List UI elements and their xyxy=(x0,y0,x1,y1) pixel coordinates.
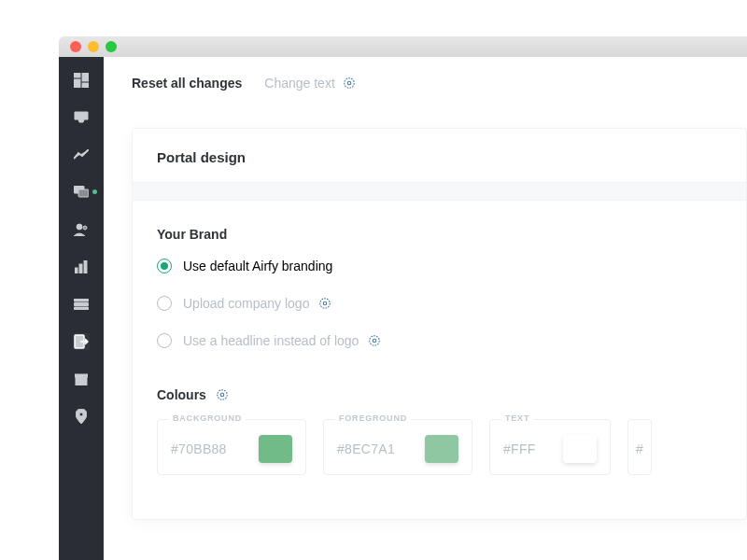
colour-field-extra[interactable]: # xyxy=(627,419,652,475)
sidebar-archive-icon[interactable] xyxy=(73,371,90,387)
svg-point-18 xyxy=(345,78,355,89)
svg-point-22 xyxy=(370,336,380,346)
field-label: BACKGROUND xyxy=(169,413,246,423)
svg-rect-1 xyxy=(82,73,89,81)
brand-section: Your Brand Use default Airfy branding Up… xyxy=(133,201,746,382)
svg-point-7 xyxy=(83,226,87,230)
reset-all-link[interactable]: Reset all changes xyxy=(132,76,242,91)
radio-icon xyxy=(157,259,172,273)
svg-point-19 xyxy=(347,81,351,85)
gear-icon xyxy=(368,334,381,347)
change-text-link[interactable]: Change text xyxy=(264,76,356,91)
svg-rect-8 xyxy=(75,268,78,273)
field-value: #70BB88 xyxy=(171,441,227,456)
radio-label: Upload company logo xyxy=(183,296,331,311)
brand-option-upload[interactable]: Upload company logo xyxy=(157,296,722,311)
field-value: #8EC7A1 xyxy=(337,441,395,456)
card-divider xyxy=(133,182,746,201)
sidebar-dashboard-icon[interactable] xyxy=(73,72,90,89)
window-minimize-button[interactable] xyxy=(88,41,99,52)
gear-icon xyxy=(318,297,331,310)
sidebar-bars-icon[interactable] xyxy=(73,259,90,275)
colour-swatch[interactable] xyxy=(563,435,597,463)
window-zoom-button[interactable] xyxy=(106,41,117,52)
svg-point-6 xyxy=(77,224,82,230)
svg-rect-9 xyxy=(79,264,82,273)
toolbar: Reset all changes Change text xyxy=(104,57,747,109)
sidebar-chat-icon[interactable] xyxy=(73,184,90,201)
gear-icon xyxy=(216,388,229,401)
brand-option-headline[interactable]: Use a headline instead of logo xyxy=(157,333,722,348)
notification-dot-icon xyxy=(92,189,97,194)
sidebar-inbox-icon[interactable] xyxy=(73,109,90,126)
radio-icon xyxy=(157,333,172,348)
colour-swatch[interactable] xyxy=(259,435,292,463)
main-content: Reset all changes Change text Portal des… xyxy=(104,57,747,560)
card-title: Portal design xyxy=(133,129,746,182)
portal-design-card: Portal design Your Brand Use default Air… xyxy=(132,128,747,520)
svg-point-23 xyxy=(374,339,377,343)
svg-point-21 xyxy=(324,301,328,305)
svg-point-17 xyxy=(79,413,83,416)
svg-rect-10 xyxy=(84,260,87,273)
colours-section: Colours BACKGROUND #70BB88 FOREGROUND xyxy=(133,382,746,486)
svg-rect-5 xyxy=(78,189,89,197)
svg-point-20 xyxy=(320,299,331,309)
brand-option-default[interactable]: Use default Airfy branding xyxy=(157,259,722,273)
colour-field-text[interactable]: TEXT #FFF xyxy=(489,419,611,475)
svg-rect-3 xyxy=(82,83,89,88)
svg-rect-0 xyxy=(74,73,80,77)
svg-rect-13 xyxy=(74,307,89,310)
window-titlebar xyxy=(59,36,747,57)
svg-rect-16 xyxy=(76,377,87,385)
field-label: TEXT xyxy=(501,413,533,423)
sidebar-users-icon[interactable] xyxy=(73,221,90,238)
sidebar xyxy=(59,57,104,560)
field-value: # xyxy=(636,441,643,456)
sidebar-portal-icon[interactable] xyxy=(73,333,90,350)
brand-section-title: Your Brand xyxy=(157,227,722,242)
sidebar-location-icon[interactable] xyxy=(73,408,90,425)
field-value: #FFF xyxy=(503,441,536,456)
window-close-button[interactable] xyxy=(70,41,81,52)
field-label: FOREGROUND xyxy=(335,413,411,423)
svg-point-24 xyxy=(218,390,228,400)
colour-field-background[interactable]: BACKGROUND #70BB88 xyxy=(157,419,306,475)
colour-swatch[interactable] xyxy=(425,435,458,463)
colours-row: BACKGROUND #70BB88 FOREGROUND #8EC7A1 TE… xyxy=(157,419,722,475)
svg-rect-11 xyxy=(74,299,89,301)
colour-field-foreground[interactable]: FOREGROUND #8EC7A1 xyxy=(323,419,472,475)
sidebar-analytics-icon[interactable] xyxy=(73,147,90,163)
gear-icon xyxy=(343,77,356,90)
svg-rect-12 xyxy=(74,303,89,306)
radio-icon xyxy=(157,296,172,311)
radio-label: Use default Airfy branding xyxy=(183,259,332,273)
radio-label: Use a headline instead of logo xyxy=(183,333,381,348)
svg-point-25 xyxy=(220,393,224,397)
svg-rect-2 xyxy=(74,79,80,88)
colours-section-title: Colours xyxy=(157,387,722,402)
change-text-label: Change text xyxy=(264,76,335,91)
sidebar-server-icon[interactable] xyxy=(73,296,90,313)
